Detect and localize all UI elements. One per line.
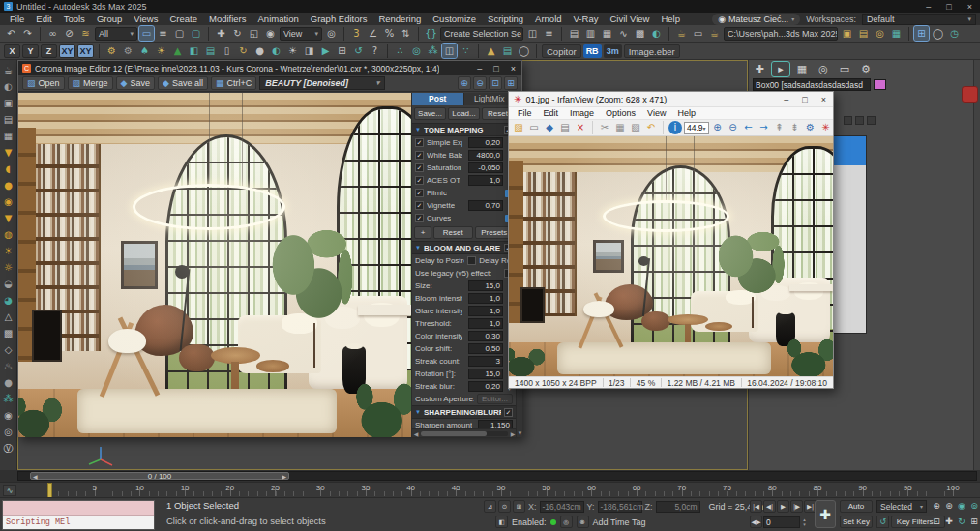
axis-y-button[interactable]: Y [22, 44, 39, 58]
zoom-icon[interactable]: ⊕ [931, 500, 942, 512]
axis-z-button[interactable]: Z [41, 44, 57, 58]
paste-icon[interactable]: ▧ [629, 121, 642, 134]
minimize-icon[interactable]: – [926, 2, 931, 12]
badge-3m-button[interactable]: 3m [604, 44, 622, 58]
teapot-icon[interactable]: ☕ [1, 63, 15, 77]
menu-views[interactable]: Views [128, 13, 163, 25]
irfan-menu-help[interactable]: Help [671, 108, 701, 118]
workspace-dropdown[interactable]: Default▾ [862, 14, 976, 25]
value-field[interactable]: 15,0 [468, 280, 503, 291]
selection-filter-dropdown[interactable]: All▾ [95, 27, 137, 41]
layer-explorer-icon[interactable]: ▥ [583, 26, 598, 41]
sphere-orbit-icon[interactable]: ◎ [1, 425, 15, 439]
rb-button[interactable]: RB [583, 44, 602, 58]
play-button[interactable]: ▶ [777, 500, 789, 513]
material-editor-icon[interactable]: ◐ [649, 26, 664, 41]
window-crossing-icon[interactable]: ▢ [189, 26, 203, 41]
checkbox-icon[interactable]: ✓ [415, 138, 424, 147]
irfan-menu-file[interactable]: File [512, 108, 538, 118]
dome-light-icon[interactable]: ◖ [1, 162, 15, 176]
tone-mapping-header[interactable]: ▼ TONE MAPPING ✓ [412, 123, 516, 136]
set-key-mode-button[interactable]: ✚ [815, 500, 836, 528]
select-and-move-icon[interactable]: ✚ [214, 26, 228, 41]
render-production-icon[interactable]: ☕ [707, 26, 722, 41]
object-color-swatch[interactable] [874, 79, 886, 90]
mini-curve-editor-button[interactable]: ∿ [3, 485, 16, 496]
value-field[interactable]: 0,50 [468, 343, 503, 354]
value-field[interactable]: 1,0 [468, 175, 503, 186]
bulb-light-icon[interactable]: ◍ [1, 227, 15, 242]
user-account-button[interactable]: ◉ Mateusz Cieć... ▾ [712, 14, 800, 25]
named-selection-field[interactable]: Create Selection Se▾ [440, 27, 523, 41]
editor-button[interactable]: Editor... [477, 394, 513, 404]
bell-icon[interactable]: ▲ [484, 44, 498, 58]
tab-modify[interactable]: ▸ [772, 62, 789, 76]
value-field[interactable]: 15,0 [468, 369, 503, 379]
absolute-mode-icon[interactable]: ⊿ [484, 500, 496, 513]
asset-tracking-icon[interactable]: ▤ [856, 26, 871, 41]
tab-create[interactable]: ✚ [751, 62, 768, 76]
maximize-icon[interactable]: □ [493, 64, 498, 74]
history-clock-icon[interactable]: ◷ [947, 26, 962, 41]
next-frame-arrow-icon[interactable]: ▶ [282, 473, 286, 480]
zoom-in-icon[interactable]: ⊕ [458, 76, 471, 90]
maximize-icon[interactable]: □ [946, 2, 951, 12]
image-tool-button[interactable]: Image.eber [624, 44, 680, 58]
menu-arnold[interactable]: Arnold [529, 13, 567, 25]
bulb-tool-icon[interactable]: ☀ [285, 44, 300, 58]
sharpening-header[interactable]: ▼ SHARPENING/BLURRING ✓ [412, 405, 516, 419]
sphere-light-icon[interactable]: ● [1, 178, 15, 192]
tab-motion[interactable]: ◎ [815, 62, 832, 76]
default-tangents-button[interactable]: ↺ [876, 516, 889, 528]
z-coordinate-field[interactable]: 5,0cm [656, 501, 700, 513]
value-field[interactable]: 1,0 [468, 318, 503, 329]
notes-list-icon[interactable]: ▤ [500, 44, 515, 58]
grid-snap-icon[interactable]: ⊞ [513, 500, 525, 513]
library-book-icon[interactable]: ◧ [187, 44, 201, 58]
checkbox-icon[interactable] [467, 256, 476, 265]
irfan-menu-options[interactable]: Options [600, 108, 641, 118]
checkbox-icon[interactable]: ✓ [415, 176, 424, 185]
sun-rays-icon[interactable]: ☼ [1, 260, 15, 275]
save-icon[interactable]: ◆ [543, 121, 556, 134]
close-icon[interactable]: × [967, 2, 972, 12]
isolate-selection-icon[interactable]: ◎ [873, 26, 887, 41]
scatter-dots-icon[interactable]: ∴ [393, 44, 407, 58]
menu-create[interactable]: Create [163, 13, 203, 25]
percent-snap-icon[interactable]: % [382, 26, 397, 41]
question-icon[interactable]: ? [368, 44, 382, 58]
zoom-extents-all-icon[interactable]: ⊚ [968, 500, 980, 512]
tab-post[interactable]: Post [412, 93, 464, 105]
axis-x-button[interactable]: X [4, 44, 20, 58]
stack-pin-icon[interactable] [844, 116, 852, 125]
select-and-rotate-icon[interactable]: ↻ [230, 26, 245, 41]
film-icon[interactable]: ▤ [1, 112, 15, 127]
first-image-icon[interactable]: ⇞ [773, 121, 787, 134]
slideshow-icon[interactable]: ▭ [527, 121, 541, 134]
hand-icon[interactable]: ◇ [1, 342, 15, 357]
select-by-name-icon[interactable]: ≡ [156, 26, 170, 41]
scatter-icon[interactable]: ⁂ [1, 392, 15, 406]
merge-button[interactable]: ▨Merge [68, 76, 113, 90]
maximize-icon[interactable]: □ [802, 95, 807, 104]
irfanview-titlebar[interactable]: ✳ 01.jpg - IrfanView (Zoom: 628 x 471) –… [509, 92, 833, 107]
turnaround-icon[interactable]: ↻ [236, 44, 251, 58]
prev-image-icon[interactable]: ← [742, 121, 756, 134]
select-and-link-icon[interactable]: ∞ [45, 26, 60, 41]
zoom-extents-icon[interactable]: ◉ [956, 500, 967, 512]
help-ring-icon[interactable]: ◯ [931, 26, 945, 41]
copy-button[interactable]: ▦Ctrl+C [211, 76, 256, 90]
axis-xy-button[interactable]: XY [77, 44, 94, 58]
tab-hierarchy[interactable]: ▦ [793, 62, 811, 76]
track-bar[interactable]: ∿ 51015202530354045505560657075808590951… [0, 482, 980, 497]
macro-recorder-row[interactable] [3, 501, 154, 516]
irfan-menu-edit[interactable]: Edit [538, 108, 565, 118]
save-button[interactable]: ◆Save [116, 76, 155, 90]
corona-gear-icon[interactable]: ⚙ [104, 44, 119, 58]
select-object-icon[interactable]: ▭ [139, 26, 154, 41]
object-name-field[interactable]: Box00 [sadsadasdasdasdasd [753, 78, 871, 91]
channel-dropdown[interactable]: BEAUTY [Denoised]▾ [259, 76, 385, 90]
bloom-glare-header[interactable]: ▼ BLOOM AND GLARE ✓ [412, 241, 516, 254]
snapshot-icon[interactable]: ▦ [889, 26, 904, 41]
rect-selection-region-icon[interactable]: ▢ [172, 26, 187, 41]
